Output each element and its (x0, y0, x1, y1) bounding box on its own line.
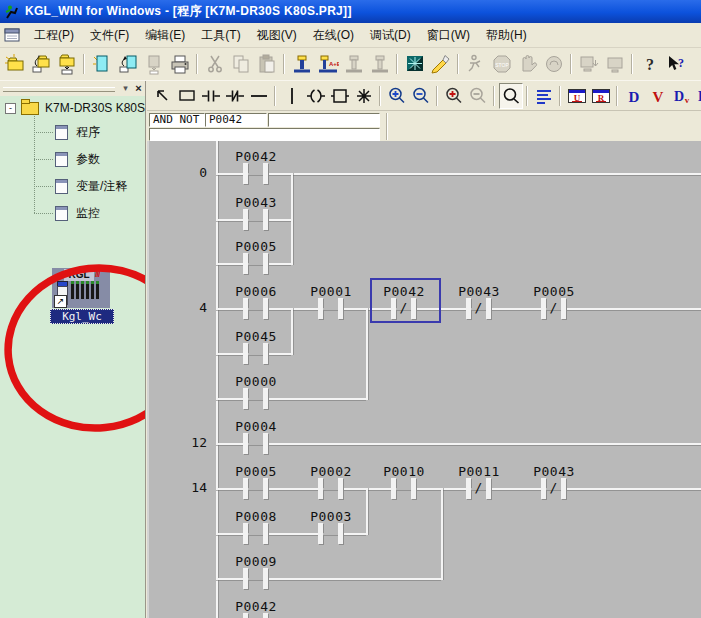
nc-contact-tool-button[interactable] (223, 83, 247, 109)
magnifier-toggle-button[interactable] (499, 83, 523, 109)
tree-item-1[interactable]: 程序 (55, 124, 100, 141)
svg-text:?: ? (646, 56, 654, 73)
contact-p0004-no[interactable] (243, 433, 268, 454)
collapse-view-button[interactable] (466, 83, 490, 109)
contact-p0042-no[interactable] (243, 613, 268, 618)
pause-button[interactable] (515, 50, 541, 78)
rect-tool-button[interactable] (175, 83, 199, 109)
data-dv-button[interactable]: Dv (670, 83, 694, 109)
contact-label: P0002 (303, 464, 359, 479)
contact-p0045-no[interactable] (243, 343, 268, 364)
set-coil-button[interactable]: U (565, 83, 589, 109)
ladder-editor-canvas[interactable]: 0P0042P0043P00054P0006P0001P0042/P0043/P… (147, 141, 701, 618)
stop-button[interactable]: STOP (489, 50, 515, 78)
paste-button[interactable] (254, 50, 280, 78)
menu-item-3[interactable]: 编辑(E) (137, 23, 193, 48)
contact-p0001-no[interactable] (318, 298, 343, 319)
menu-item-5[interactable]: 视图(V) (249, 23, 305, 48)
cut-button[interactable] (202, 50, 228, 78)
menu-item-6[interactable]: 在线(O) (305, 23, 362, 48)
menu-item-7[interactable]: 调试(D) (362, 23, 419, 48)
contact-label: P0000 (228, 374, 284, 389)
online-connect-button[interactable] (428, 50, 454, 78)
mnemonic-view-button[interactable]: A+B (315, 50, 341, 78)
document-icon (55, 152, 68, 167)
data-d-button[interactable]: D (622, 83, 646, 109)
help-button[interactable]: ? (637, 50, 663, 78)
save-project-button[interactable] (54, 50, 80, 78)
contact-p0000-no[interactable] (243, 388, 268, 409)
tree-item-3[interactable]: 变量/注释 (55, 178, 127, 195)
rung-wire (216, 488, 701, 490)
run-button[interactable] (463, 50, 489, 78)
read-plc-button[interactable] (602, 50, 628, 78)
special-coil-tool-button[interactable] (352, 83, 376, 109)
tree-item-4[interactable]: 监控 (55, 205, 100, 222)
contact-p0009-no[interactable] (243, 568, 268, 589)
menu-item-1[interactable]: 工程(P) (26, 23, 82, 48)
tree-item-2[interactable]: 参数 (55, 151, 100, 168)
data-v-button[interactable]: V (646, 83, 670, 109)
print-button[interactable] (167, 50, 193, 78)
copy-button[interactable] (228, 50, 254, 78)
instruction-operand-field[interactable]: P0042 (205, 113, 267, 127)
instruction-input-row[interactable] (149, 128, 380, 141)
expand-view-button[interactable] (442, 83, 466, 109)
contact-p0043-no[interactable] (243, 209, 268, 230)
contact-p0011-nc[interactable]: / (466, 478, 491, 499)
save-file-button[interactable] (141, 50, 167, 78)
no-contact-tool-button[interactable] (199, 83, 223, 109)
zoom-in-button[interactable] (385, 83, 409, 109)
monitor-button[interactable] (402, 50, 428, 78)
ladder-tool-4-button[interactable] (367, 50, 393, 78)
select-tool-button[interactable] (151, 83, 175, 109)
main-toolbar: A+BSTOP?? (0, 48, 701, 81)
menu-item-8[interactable]: 窗口(W) (419, 23, 478, 48)
contact-p0010-no[interactable] (391, 478, 416, 499)
menu-item-2[interactable]: 文件(F) (82, 23, 137, 48)
kgl-desktop-shortcut[interactable]: KGL /// ↗ Kgl_Wc (52, 268, 110, 323)
kgl-app-icon[interactable] (4, 4, 20, 20)
contact-p0005-nc[interactable]: / (541, 298, 566, 319)
contact-p0008-no[interactable] (243, 523, 268, 544)
output-box-tool-button[interactable] (328, 83, 352, 109)
panel-close-button[interactable]: × (132, 82, 145, 95)
contact-p0005-no[interactable] (243, 478, 268, 499)
menu-item-9[interactable]: 帮助(H) (478, 23, 535, 48)
write-plc-button[interactable] (576, 50, 602, 78)
zoom-out-button[interactable] (409, 83, 433, 109)
contact-p0005-no[interactable] (243, 253, 268, 274)
tree-expander-icon[interactable]: - (5, 103, 16, 114)
svg-text:?: ? (678, 56, 684, 70)
panel-grip-handle[interactable] (3, 87, 115, 92)
scan-button[interactable] (541, 50, 567, 78)
il-view-button[interactable] (532, 83, 556, 109)
mdi-child-icon[interactable] (4, 28, 21, 43)
hline-tool-button[interactable] (247, 83, 271, 109)
project-panel: ▾ × - K7M-DR30S K80S.PRJ 程序参数变量/注释监控 KGL… (0, 81, 146, 618)
vline-tool-button[interactable] (280, 83, 304, 109)
contact-p0003-no[interactable] (318, 523, 343, 544)
open-project-button[interactable] (28, 50, 54, 78)
contact-p0006-no[interactable] (243, 298, 268, 319)
contact-p0002-no[interactable] (318, 478, 343, 499)
instruction-operator-field[interactable]: AND NOT (149, 113, 205, 127)
new-project-button[interactable] (2, 50, 28, 78)
ladder-tool-3-button[interactable] (341, 50, 367, 78)
menu-item-4[interactable]: 工具(T) (193, 23, 248, 48)
new-file-button[interactable] (89, 50, 115, 78)
contact-p0043-nc[interactable]: / (541, 478, 566, 499)
data-dc-button[interactable]: Dc (694, 83, 701, 109)
contact-label: P0005 (228, 239, 284, 254)
panel-chevron-button[interactable]: ▾ (119, 82, 132, 95)
contact-p0043-nc[interactable]: / (466, 298, 491, 319)
branch-wire (291, 173, 293, 265)
context-help-button[interactable]: ? (663, 50, 689, 78)
contact-p0042-no[interactable] (243, 163, 268, 184)
coil-tool-button[interactable] (304, 83, 328, 109)
ladder-view-button[interactable] (289, 50, 315, 78)
reset-coil-button[interactable]: R (589, 83, 613, 109)
open-file-button[interactable] (115, 50, 141, 78)
instruction-extra-field[interactable] (268, 113, 380, 127)
tree-root[interactable]: - K7M-DR30S K80S.PRJ (5, 101, 145, 115)
